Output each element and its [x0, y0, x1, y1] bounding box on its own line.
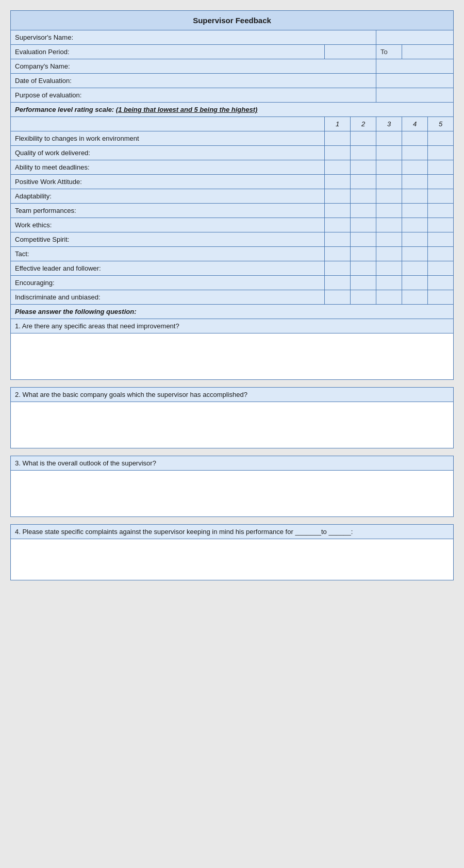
- rating-score-attitude-1[interactable]: [325, 175, 351, 189]
- rating-score-competitive-4[interactable]: [402, 232, 428, 247]
- rating-score-attitude-4[interactable]: [402, 175, 428, 189]
- rating-row-tact: Tact:: [11, 247, 454, 261]
- rating-score-adaptability-4[interactable]: [402, 189, 428, 204]
- rating-score-indiscriminate-1[interactable]: [325, 290, 351, 305]
- rating-score-quality-1[interactable]: [325, 146, 351, 160]
- rating-score-competitive-2[interactable]: [351, 232, 376, 247]
- rating-score-flexibility-3[interactable]: [376, 131, 402, 146]
- rating-score-indiscriminate-4[interactable]: [402, 290, 428, 305]
- col-header-3: 3: [376, 117, 402, 131]
- rating-scale-label: Performance level rating scale:: [15, 106, 114, 113]
- rating-score-ethics-2[interactable]: [351, 218, 376, 232]
- rating-score-competitive-1[interactable]: [325, 232, 351, 247]
- rating-score-indiscriminate-5[interactable]: [428, 290, 454, 305]
- answer-4-field[interactable]: [11, 539, 454, 580]
- rating-score-quality-4[interactable]: [402, 146, 428, 160]
- rating-score-flexibility-4[interactable]: [402, 131, 428, 146]
- rating-score-leader-5[interactable]: [428, 261, 454, 276]
- gap-2: [10, 448, 454, 456]
- rating-score-flexibility-1[interactable]: [325, 131, 351, 146]
- rating-row-flexibility: Flexibility to changes in work environme…: [11, 131, 454, 146]
- rating-score-ethics-1[interactable]: [325, 218, 351, 232]
- questions-header: Please answer the following question:: [11, 305, 454, 319]
- answer-3-field[interactable]: [11, 471, 454, 517]
- rating-score-adaptability-5[interactable]: [428, 189, 454, 204]
- question-4-row: 4. Please state specific complaints agai…: [11, 525, 454, 539]
- rating-label-competitive: Competitive Spirit:: [11, 232, 325, 247]
- rating-row-quality: Quality of work delivered:: [11, 146, 454, 160]
- answer-2-row: [11, 402, 454, 448]
- rating-score-flexibility-2[interactable]: [351, 131, 376, 146]
- rating-score-encouraging-4[interactable]: [402, 276, 428, 290]
- rating-score-quality-2[interactable]: [351, 146, 376, 160]
- rating-row-competitive: Competitive Spirit:: [11, 232, 454, 247]
- rating-score-deadlines-3[interactable]: [376, 160, 402, 175]
- rating-score-attitude-3[interactable]: [376, 175, 402, 189]
- supervisors-name-value[interactable]: [376, 30, 454, 45]
- rating-score-leader-2[interactable]: [351, 261, 376, 276]
- rating-score-ethics-3[interactable]: [376, 218, 402, 232]
- rating-scale-description: (1 being that lowest and 5 being the hig…: [116, 106, 257, 113]
- rating-score-adaptability-3[interactable]: [376, 189, 402, 204]
- rating-score-deadlines-5[interactable]: [428, 160, 454, 175]
- questions-header-row: Please answer the following question:: [11, 305, 454, 319]
- rating-score-adaptability-2[interactable]: [351, 189, 376, 204]
- col-header-1: 1: [325, 117, 351, 131]
- rating-score-ethics-4[interactable]: [402, 218, 428, 232]
- answer-1-row: [11, 333, 454, 380]
- rating-score-team-2[interactable]: [351, 204, 376, 218]
- rating-score-team-1[interactable]: [325, 204, 351, 218]
- date-evaluation-value[interactable]: [376, 74, 454, 88]
- rating-score-indiscriminate-3[interactable]: [376, 290, 402, 305]
- evaluation-period-to[interactable]: [402, 45, 454, 59]
- rating-score-tact-3[interactable]: [376, 247, 402, 261]
- rating-score-team-3[interactable]: [376, 204, 402, 218]
- rating-row-encouraging: Encouraging:: [11, 276, 454, 290]
- rating-row-attitude: Positive Work Attitude:: [11, 175, 454, 189]
- rating-score-ethics-5[interactable]: [428, 218, 454, 232]
- rating-scale-row: Performance level rating scale: (1 being…: [11, 103, 454, 117]
- evaluation-period-row: Evaluation Period: To: [11, 45, 454, 59]
- rating-score-encouraging-1[interactable]: [325, 276, 351, 290]
- rating-score-leader-4[interactable]: [402, 261, 428, 276]
- rating-label-flexibility: Flexibility to changes in work environme…: [11, 131, 325, 146]
- rating-score-adaptability-1[interactable]: [325, 189, 351, 204]
- rating-score-competitive-3[interactable]: [376, 232, 402, 247]
- rating-label-attitude: Positive Work Attitude:: [11, 175, 325, 189]
- gap-3: [10, 517, 454, 524]
- rating-score-tact-2[interactable]: [351, 247, 376, 261]
- rating-score-attitude-2[interactable]: [351, 175, 376, 189]
- rating-score-deadlines-4[interactable]: [402, 160, 428, 175]
- page-wrapper: Supervisor Feedback Supervisor's Name: E…: [10, 10, 454, 580]
- purpose-value[interactable]: [376, 88, 454, 103]
- rating-score-encouraging-2[interactable]: [351, 276, 376, 290]
- rating-score-tact-1[interactable]: [325, 247, 351, 261]
- rating-score-flexibility-5[interactable]: [428, 131, 454, 146]
- rating-label-tact: Tact:: [11, 247, 325, 261]
- answer-2-field[interactable]: [11, 402, 454, 448]
- rating-score-attitude-5[interactable]: [428, 175, 454, 189]
- rating-score-competitive-5[interactable]: [428, 232, 454, 247]
- answer-4-row: [11, 539, 454, 580]
- companys-name-value[interactable]: [376, 59, 454, 74]
- rating-score-deadlines-2[interactable]: [351, 160, 376, 175]
- supervisors-name-label: Supervisor's Name:: [11, 30, 376, 45]
- rating-score-indiscriminate-2[interactable]: [351, 290, 376, 305]
- rating-score-encouraging-3[interactable]: [376, 276, 402, 290]
- rating-score-encouraging-5[interactable]: [428, 276, 454, 290]
- form-title: Supervisor Feedback: [11, 11, 454, 30]
- rating-score-leader-1[interactable]: [325, 261, 351, 276]
- gap-1: [10, 380, 454, 387]
- rating-score-team-4[interactable]: [402, 204, 428, 218]
- evaluation-period-from[interactable]: [325, 45, 376, 59]
- rating-score-leader-3[interactable]: [376, 261, 402, 276]
- rating-score-tact-5[interactable]: [428, 247, 454, 261]
- rating-score-deadlines-1[interactable]: [325, 160, 351, 175]
- col-header-5: 5: [428, 117, 454, 131]
- rating-score-quality-5[interactable]: [428, 146, 454, 160]
- rating-score-quality-3[interactable]: [376, 146, 402, 160]
- rating-scale-header: Performance level rating scale: (1 being…: [11, 103, 454, 117]
- answer-1-field[interactable]: [11, 333, 454, 380]
- rating-score-tact-4[interactable]: [402, 247, 428, 261]
- rating-score-team-5[interactable]: [428, 204, 454, 218]
